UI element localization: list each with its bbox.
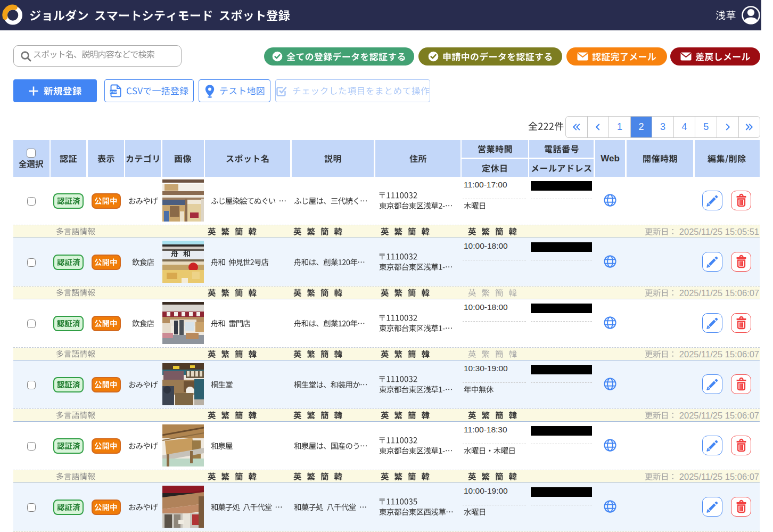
- svg-text:CSV: CSV: [110, 91, 117, 94]
